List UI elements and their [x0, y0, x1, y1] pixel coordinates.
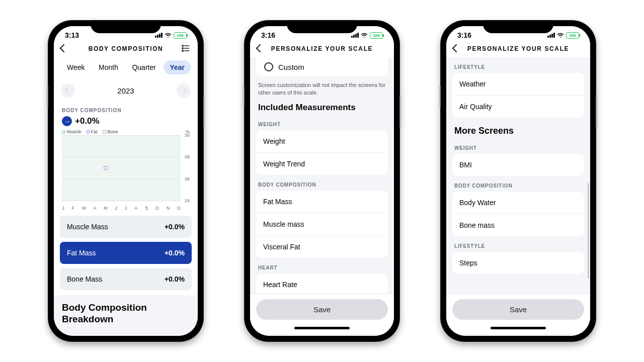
scroll-thumb[interactable] [588, 183, 589, 278]
battery-icon: 100 [174, 32, 187, 39]
metric-value: +0.0% [165, 249, 185, 257]
cellular-icon [547, 33, 555, 38]
status-time: 3:16 [457, 31, 471, 39]
status-time: 3:16 [261, 31, 275, 39]
metric-value: +0.0% [165, 223, 185, 231]
scroll-track [588, 123, 589, 296]
metric-list: Muscle Mass +0.0% Fat Mass +0.0% Bone Ma… [54, 211, 198, 295]
group-lifestyle-more: Steps [452, 252, 584, 274]
section-label: BODY COMPOSITION [54, 101, 198, 116]
metric-fat-mass[interactable]: Fat Mass +0.0% [60, 242, 192, 264]
chevron-left-icon [256, 44, 265, 52]
list-item[interactable]: Muscle mass [256, 213, 388, 236]
list-item[interactable]: BMI [452, 154, 584, 176]
back-button[interactable] [61, 45, 67, 53]
list-item[interactable]: Visceral Fat [256, 236, 388, 258]
home-indicator[interactable] [446, 326, 590, 334]
phone-3: 3:16 100 PERSONALIZE YOUR SCALE LIFESTYL… [440, 20, 596, 342]
group-label-lifestyle-top: LIFESTYLE [446, 57, 590, 73]
list-item[interactable]: Fat Mass [256, 191, 388, 213]
metric-label: Bone Mass [67, 275, 102, 283]
y-tick: 26 [185, 176, 190, 182]
save-button[interactable]: Save [452, 299, 584, 320]
home-indicator[interactable] [250, 326, 394, 334]
chart-plot-area: 30 28 26 24 [62, 135, 181, 201]
arrow-right-icon: → [62, 116, 72, 126]
included-heading: Included Measurements [250, 101, 394, 115]
y-tick: 24 [185, 198, 190, 203]
save-bar: Save [446, 294, 590, 326]
nav-header: PERSONALIZE YOUR SCALE [446, 40, 590, 57]
status-time: 3:13 [65, 31, 79, 39]
list-item[interactable]: Heart Rate [256, 274, 388, 294]
metric-muscle-mass[interactable]: Muscle Mass +0.0% [60, 216, 192, 238]
save-bar: Save [250, 294, 394, 326]
group-lifestyle-top: Weather Air Quality [452, 73, 584, 118]
list-item[interactable]: Weather [452, 73, 584, 96]
metric-label: Fat Mass [67, 249, 96, 257]
save-button[interactable]: Save [256, 299, 388, 320]
content-scroll[interactable]: LIFESTYLE Weather Air Quality More Scree… [446, 57, 590, 336]
list-settings-button[interactable] [181, 43, 191, 55]
tab-quarter[interactable]: Quarter [126, 60, 162, 74]
customization-note: Screen customization will not impact the… [250, 76, 394, 101]
list-item[interactable]: Weight Trend [256, 153, 388, 175]
list-item[interactable]: Body Water [452, 192, 584, 214]
status-right: 100 [351, 32, 383, 39]
legend-fat: Fat [87, 129, 98, 134]
delta-value: +0.0% [75, 116, 100, 126]
chevron-right-icon [181, 87, 186, 93]
list-item[interactable]: Steps [452, 252, 584, 274]
chevron-left-icon [60, 44, 68, 52]
list-item[interactable]: Weight [256, 130, 388, 153]
fat-data-point [103, 165, 108, 170]
metric-value: +0.0% [165, 275, 185, 283]
nav-header: BODY COMPOSITION [54, 40, 198, 57]
chart-x-axis: JFMAMJJASOND [62, 206, 181, 211]
year-selector: 2023 [54, 80, 198, 101]
back-button[interactable] [257, 45, 263, 53]
chevron-left-icon [452, 44, 461, 52]
y-tick: 28 [185, 154, 190, 159]
screen-3: 3:16 100 PERSONALIZE YOUR SCALE LIFESTYL… [446, 26, 590, 336]
next-year-button[interactable] [177, 83, 191, 98]
option-label: Custom [278, 63, 304, 71]
wifi-icon [361, 32, 368, 39]
svg-point-4 [182, 50, 184, 51]
metric-bone-mass[interactable]: Bone Mass +0.0% [60, 268, 192, 290]
group-weight-more: BMI [452, 154, 584, 176]
group-label-body-composition: BODY COMPOSITION [250, 175, 394, 191]
phone-1: 3:13 100 BODY COMPOSITION Week Month Qua… [48, 20, 204, 342]
page-title: PERSONALIZE YOUR SCALE [467, 45, 569, 52]
group-heart: Heart Rate [256, 274, 388, 294]
tab-week[interactable]: Week [61, 60, 91, 74]
tab-month[interactable]: Month [93, 60, 124, 74]
y-tick: 30 [185, 133, 190, 138]
list-item[interactable]: Air Quality [452, 96, 584, 118]
option-custom[interactable]: Custom [256, 57, 388, 76]
group-label-body-composition: BODY COMPOSITION [446, 176, 590, 192]
body-composition-chart[interactable]: 30 28 26 24 JFMAMJJASOND [62, 135, 190, 211]
screen-1: 3:13 100 BODY COMPOSITION Week Month Qua… [54, 26, 198, 336]
nav-header: PERSONALIZE YOUR SCALE [250, 40, 394, 57]
battery-icon: 100 [370, 32, 383, 39]
legend-bone: Bone [103, 129, 118, 134]
notch [91, 20, 161, 33]
content-scroll[interactable]: Week Month Quarter Year 2023 BODY COMPOS… [54, 57, 198, 336]
group-body-composition-more: Body Water Bone mass [452, 192, 584, 236]
group-weight: Weight Weight Trend [256, 130, 388, 175]
wifi-icon [557, 32, 564, 39]
content-scroll[interactable]: Custom Screen customization will not imp… [250, 57, 394, 336]
phone-2: 3:16 100 PERSONALIZE YOUR SCALE Custom S… [244, 20, 400, 342]
chart-legend: Muscle Fat Bone % [54, 129, 198, 135]
chevron-left-icon [65, 87, 70, 93]
list-item[interactable]: Bone mass [452, 214, 584, 236]
prev-year-button[interactable] [61, 83, 75, 98]
status-right: 100 [155, 32, 187, 39]
battery-icon: 100 [566, 32, 579, 39]
radio-unchecked-icon [264, 62, 273, 71]
tab-year[interactable]: Year [164, 60, 191, 74]
cellular-icon [155, 33, 163, 38]
group-label-heart: HEART [250, 258, 394, 274]
back-button[interactable] [453, 45, 459, 53]
